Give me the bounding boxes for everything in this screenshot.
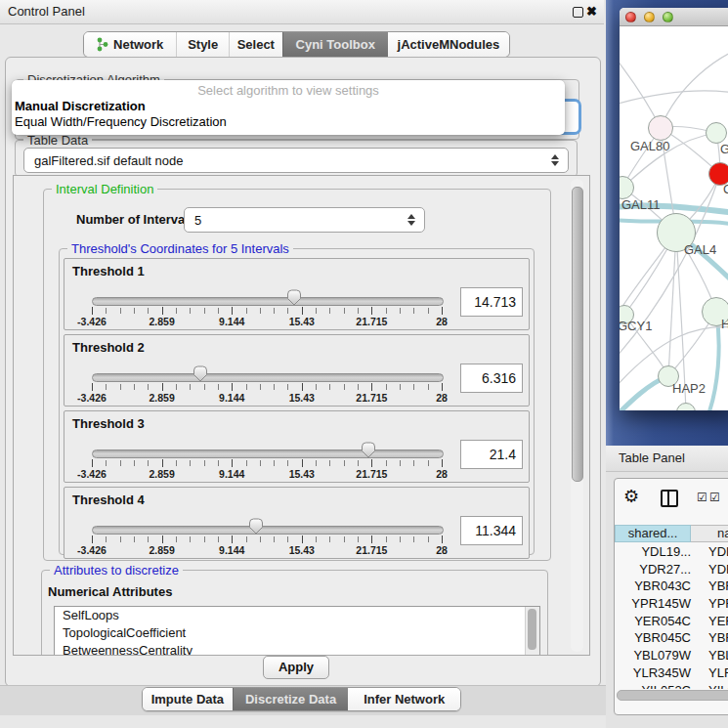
close-icon[interactable]: ✖ (586, 4, 597, 19)
table-row[interactable]: YIL052CYIL0 (615, 682, 728, 690)
table-horizontal-scrollbar-thumb[interactable] (617, 690, 728, 701)
slider-track[interactable] (92, 373, 444, 382)
slider-major-tick (371, 307, 372, 315)
table-panel-title: Table Panel (619, 446, 685, 471)
float-window-icon[interactable] (573, 7, 583, 18)
settings-scrollbar-thumb[interactable] (572, 187, 583, 482)
tab-network[interactable]: Network (84, 32, 176, 57)
threshold-value-field[interactable]: 14.713 (460, 287, 523, 317)
network-node[interactable] (648, 115, 673, 141)
slider-tick-label: 28 (436, 316, 448, 327)
table-row[interactable]: YDL19...YDL1 (615, 543, 728, 561)
slider-track[interactable] (92, 526, 444, 535)
column-header-shared-name[interactable]: shared... (615, 525, 691, 542)
tab-infer-network[interactable]: Infer Network (348, 688, 460, 710)
tab-discretize-data-label: Discretize Data (245, 692, 336, 707)
threshold-title: Threshold 1 (72, 264, 145, 278)
columns-icon[interactable] (661, 490, 678, 507)
slider-major-tick (442, 383, 443, 391)
slider-ticks: -3.4262.8599.14415.4321.71528 (92, 536, 442, 542)
numerical-attributes-list[interactable]: SelfLoopsTopologicalCoefficientBetweenne… (54, 606, 540, 656)
slider-major-tick (371, 459, 372, 467)
tab-cyni-toolbox[interactable]: Cyni Toolbox (282, 32, 388, 57)
cell-shared-name: YBR045C (615, 629, 698, 647)
cell-shared-name: YLR345W (615, 664, 698, 682)
tab-style-label: Style (188, 37, 218, 52)
tab-style[interactable]: Style (176, 32, 229, 57)
network-tree-icon (97, 37, 108, 52)
threshold-panel: Threshold 3 -3.4262.8599.14415.4321.7152… (64, 410, 530, 483)
apply-button[interactable]: Apply (263, 656, 329, 679)
number-of-intervals-combobox[interactable]: 5 (184, 207, 425, 233)
slider-major-tick (92, 459, 93, 467)
list-scrollbar[interactable] (525, 607, 539, 656)
dropdown-option-equal-width-frequency[interactable]: Equal Width/Frequency Discretization (12, 114, 565, 130)
column-header-name[interactable]: name (691, 525, 728, 542)
slider-tick-label: 2.859 (149, 544, 174, 556)
zoom-traffic-light-icon[interactable] (663, 12, 673, 22)
settings-vertical-scrollbar[interactable] (571, 179, 583, 652)
thresholds-list: Threshold 1 -3.4262.8599.14415.4321.7152… (64, 258, 530, 563)
close-traffic-light-icon[interactable] (625, 12, 636, 22)
table-row[interactable]: YLR345WYLR3 (615, 664, 728, 682)
threshold-title: Threshold 2 (72, 340, 145, 355)
attribute-list-item[interactable]: TopologicalCoefficient (55, 624, 539, 642)
slider-major-tick (232, 383, 233, 391)
tab-jactivemnodules[interactable]: jActiveMNodules (388, 32, 509, 57)
slider-major-tick (232, 459, 233, 467)
attribute-list-item[interactable]: SelfLoops (55, 607, 539, 624)
slider-handle[interactable] (193, 365, 208, 382)
tab-infer-network-label: Infer Network (364, 692, 445, 707)
table-row[interactable]: YER054CYER0 (615, 613, 728, 630)
table-row[interactable]: YBR043CYBR0 (615, 578, 728, 595)
network-node[interactable] (706, 122, 727, 144)
slider-major-tick (302, 383, 303, 391)
interval-definition-group: Interval Definition Number of Intervals … (43, 189, 551, 561)
table-row[interactable]: YBL079WYBL0 (615, 647, 728, 664)
slider-handle[interactable] (286, 289, 302, 306)
checkbox-icon[interactable]: ☑ (709, 491, 720, 504)
threshold-panel: Threshold 4 -3.4262.8599.14415.4321.7152… (64, 487, 530, 559)
table-data-combobox[interactable]: galFiltered.sif default node (23, 148, 569, 173)
threshold-value-field[interactable]: 11.344 (460, 516, 523, 545)
slider-track[interactable] (92, 450, 444, 458)
tab-select[interactable]: Select (229, 32, 282, 57)
cyni-toolbox-panel: Discretization Algorithm Table Data galF… (5, 57, 601, 687)
slider-major-tick (162, 535, 163, 543)
table-header-row: shared... name (615, 525, 728, 542)
control-panel-tabs: Network Style Select Cyni Toolbox jActiv… (83, 31, 510, 58)
list-scrollbar-thumb[interactable] (528, 609, 536, 650)
numerical-attributes-label: Numerical Attributes (48, 584, 172, 599)
cyni-mode-tabs: Impute Data Discretize Data Infer Networ… (142, 687, 461, 711)
minimize-traffic-light-icon[interactable] (644, 12, 655, 22)
slider-ticks: -3.4262.8599.14415.4321.71528 (92, 308, 442, 314)
table-row[interactable]: YPR145WYPR1 (615, 595, 728, 613)
slider-handle[interactable] (248, 518, 264, 535)
table-row[interactable]: YDR27...YDR2 (615, 561, 728, 578)
checkbox-icon[interactable]: ☑ (697, 491, 707, 504)
threshold-panel: Threshold 2 -3.4262.8599.14415.4321.7152… (64, 334, 530, 407)
cell-name: YBL0 (698, 647, 728, 664)
slider-tick-label: 15.43 (289, 316, 315, 327)
dropdown-option-manual-discretization[interactable]: Manual Discretization (12, 99, 565, 114)
stepper-arrows-icon (407, 214, 415, 226)
slider-handle[interactable] (361, 442, 376, 458)
algorithm-dropdown-popup: Select algorithm to view settings Manual… (12, 80, 565, 135)
gear-icon[interactable]: ⚙ (623, 486, 639, 507)
attribute-list-item[interactable]: BetweennessCentrality (55, 642, 539, 656)
network-canvas[interactable]: GAL80G.CGAL11GAL4GCY1HHAP2 (620, 26, 728, 410)
tab-impute-data[interactable]: Impute Data (143, 688, 233, 710)
slider-tick-label: 15.43 (289, 544, 315, 556)
screen: Control Panel ✖ Network Style Select Cyn… (0, 0, 728, 728)
slider-track[interactable] (92, 297, 444, 306)
slider-major-tick (302, 535, 303, 543)
slider-tick-label: -3.426 (77, 544, 107, 556)
cell-name: YDR2 (698, 561, 728, 578)
threshold-value-field[interactable]: 6.316 (460, 364, 523, 393)
threshold-value-field[interactable]: 21.4 (460, 440, 523, 469)
slider-major-tick (302, 307, 303, 315)
table-row[interactable]: YBR045CYBR0 (615, 629, 728, 647)
tab-discretize-data[interactable]: Discretize Data (233, 688, 349, 710)
cell-shared-name: YBL079W (615, 647, 698, 664)
slider-tick-label: -3.426 (77, 468, 107, 480)
